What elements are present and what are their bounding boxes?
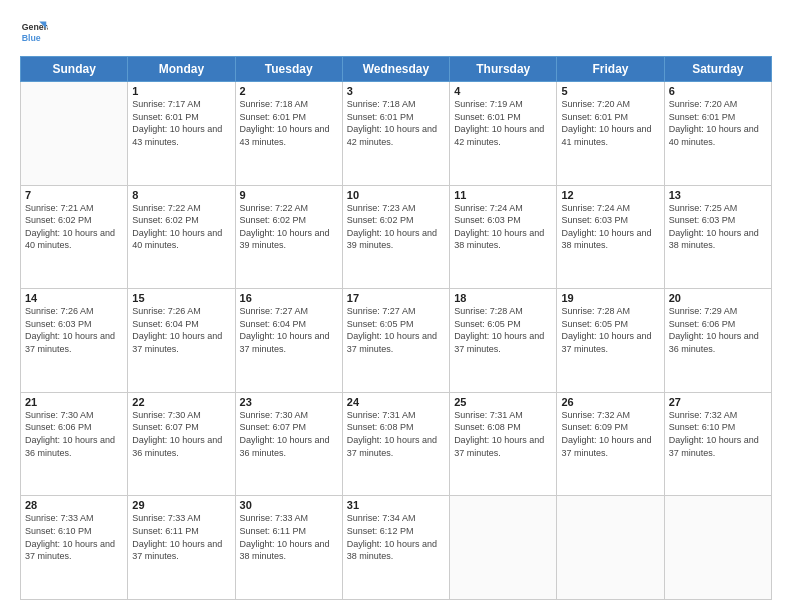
day-info: Sunrise: 7:22 AM Sunset: 6:02 PM Dayligh…: [240, 202, 338, 252]
day-info: Sunrise: 7:20 AM Sunset: 6:01 PM Dayligh…: [669, 98, 767, 148]
calendar-cell: [557, 496, 664, 600]
calendar-cell: 7Sunrise: 7:21 AM Sunset: 6:02 PM Daylig…: [21, 185, 128, 289]
weekday-header: Tuesday: [235, 57, 342, 82]
day-info: Sunrise: 7:29 AM Sunset: 6:06 PM Dayligh…: [669, 305, 767, 355]
day-info: Sunrise: 7:33 AM Sunset: 6:10 PM Dayligh…: [25, 512, 123, 562]
day-number: 25: [454, 396, 552, 408]
day-number: 20: [669, 292, 767, 304]
day-number: 23: [240, 396, 338, 408]
calendar-cell: 10Sunrise: 7:23 AM Sunset: 6:02 PM Dayli…: [342, 185, 449, 289]
day-number: 4: [454, 85, 552, 97]
day-info: Sunrise: 7:28 AM Sunset: 6:05 PM Dayligh…: [561, 305, 659, 355]
calendar-cell: 17Sunrise: 7:27 AM Sunset: 6:05 PM Dayli…: [342, 289, 449, 393]
logo: General Blue: [20, 18, 48, 46]
calendar-cell: 20Sunrise: 7:29 AM Sunset: 6:06 PM Dayli…: [664, 289, 771, 393]
svg-text:Blue: Blue: [22, 33, 41, 43]
day-info: Sunrise: 7:33 AM Sunset: 6:11 PM Dayligh…: [132, 512, 230, 562]
calendar-cell: 21Sunrise: 7:30 AM Sunset: 6:06 PM Dayli…: [21, 392, 128, 496]
calendar-cell: 3Sunrise: 7:18 AM Sunset: 6:01 PM Daylig…: [342, 82, 449, 186]
day-number: 13: [669, 189, 767, 201]
calendar-cell: [664, 496, 771, 600]
calendar-week-row: 28Sunrise: 7:33 AM Sunset: 6:10 PM Dayli…: [21, 496, 772, 600]
calendar-cell: 27Sunrise: 7:32 AM Sunset: 6:10 PM Dayli…: [664, 392, 771, 496]
day-number: 15: [132, 292, 230, 304]
day-number: 22: [132, 396, 230, 408]
calendar-cell: 25Sunrise: 7:31 AM Sunset: 6:08 PM Dayli…: [450, 392, 557, 496]
calendar-cell: 5Sunrise: 7:20 AM Sunset: 6:01 PM Daylig…: [557, 82, 664, 186]
calendar-cell: 14Sunrise: 7:26 AM Sunset: 6:03 PM Dayli…: [21, 289, 128, 393]
day-number: 5: [561, 85, 659, 97]
calendar-cell: 8Sunrise: 7:22 AM Sunset: 6:02 PM Daylig…: [128, 185, 235, 289]
day-number: 17: [347, 292, 445, 304]
weekday-header: Monday: [128, 57, 235, 82]
day-info: Sunrise: 7:27 AM Sunset: 6:05 PM Dayligh…: [347, 305, 445, 355]
weekday-header: Wednesday: [342, 57, 449, 82]
calendar-cell: 19Sunrise: 7:28 AM Sunset: 6:05 PM Dayli…: [557, 289, 664, 393]
day-number: 3: [347, 85, 445, 97]
calendar-cell: 16Sunrise: 7:27 AM Sunset: 6:04 PM Dayli…: [235, 289, 342, 393]
day-info: Sunrise: 7:26 AM Sunset: 6:03 PM Dayligh…: [25, 305, 123, 355]
weekday-header: Saturday: [664, 57, 771, 82]
day-info: Sunrise: 7:17 AM Sunset: 6:01 PM Dayligh…: [132, 98, 230, 148]
day-number: 10: [347, 189, 445, 201]
calendar-week-row: 14Sunrise: 7:26 AM Sunset: 6:03 PM Dayli…: [21, 289, 772, 393]
day-info: Sunrise: 7:28 AM Sunset: 6:05 PM Dayligh…: [454, 305, 552, 355]
day-number: 30: [240, 499, 338, 511]
calendar-week-row: 7Sunrise: 7:21 AM Sunset: 6:02 PM Daylig…: [21, 185, 772, 289]
calendar-cell: 12Sunrise: 7:24 AM Sunset: 6:03 PM Dayli…: [557, 185, 664, 289]
day-info: Sunrise: 7:24 AM Sunset: 6:03 PM Dayligh…: [561, 202, 659, 252]
day-number: 7: [25, 189, 123, 201]
calendar-cell: 1Sunrise: 7:17 AM Sunset: 6:01 PM Daylig…: [128, 82, 235, 186]
calendar-week-row: 1Sunrise: 7:17 AM Sunset: 6:01 PM Daylig…: [21, 82, 772, 186]
calendar-cell: 4Sunrise: 7:19 AM Sunset: 6:01 PM Daylig…: [450, 82, 557, 186]
day-number: 6: [669, 85, 767, 97]
day-number: 26: [561, 396, 659, 408]
day-number: 18: [454, 292, 552, 304]
day-number: 24: [347, 396, 445, 408]
day-number: 9: [240, 189, 338, 201]
day-info: Sunrise: 7:24 AM Sunset: 6:03 PM Dayligh…: [454, 202, 552, 252]
day-info: Sunrise: 7:26 AM Sunset: 6:04 PM Dayligh…: [132, 305, 230, 355]
calendar-cell: [21, 82, 128, 186]
day-info: Sunrise: 7:22 AM Sunset: 6:02 PM Dayligh…: [132, 202, 230, 252]
day-number: 8: [132, 189, 230, 201]
day-number: 29: [132, 499, 230, 511]
day-info: Sunrise: 7:30 AM Sunset: 6:06 PM Dayligh…: [25, 409, 123, 459]
calendar-cell: 22Sunrise: 7:30 AM Sunset: 6:07 PM Dayli…: [128, 392, 235, 496]
header: General Blue: [20, 18, 772, 46]
calendar-cell: 31Sunrise: 7:34 AM Sunset: 6:12 PM Dayli…: [342, 496, 449, 600]
day-info: Sunrise: 7:32 AM Sunset: 6:09 PM Dayligh…: [561, 409, 659, 459]
day-info: Sunrise: 7:32 AM Sunset: 6:10 PM Dayligh…: [669, 409, 767, 459]
day-info: Sunrise: 7:31 AM Sunset: 6:08 PM Dayligh…: [347, 409, 445, 459]
calendar-week-row: 21Sunrise: 7:30 AM Sunset: 6:06 PM Dayli…: [21, 392, 772, 496]
day-info: Sunrise: 7:30 AM Sunset: 6:07 PM Dayligh…: [132, 409, 230, 459]
weekday-header: Friday: [557, 57, 664, 82]
day-number: 21: [25, 396, 123, 408]
day-info: Sunrise: 7:18 AM Sunset: 6:01 PM Dayligh…: [347, 98, 445, 148]
day-info: Sunrise: 7:25 AM Sunset: 6:03 PM Dayligh…: [669, 202, 767, 252]
day-info: Sunrise: 7:20 AM Sunset: 6:01 PM Dayligh…: [561, 98, 659, 148]
day-number: 2: [240, 85, 338, 97]
header-row: SundayMondayTuesdayWednesdayThursdayFrid…: [21, 57, 772, 82]
day-number: 27: [669, 396, 767, 408]
day-info: Sunrise: 7:34 AM Sunset: 6:12 PM Dayligh…: [347, 512, 445, 562]
calendar-cell: 26Sunrise: 7:32 AM Sunset: 6:09 PM Dayli…: [557, 392, 664, 496]
day-number: 16: [240, 292, 338, 304]
day-info: Sunrise: 7:18 AM Sunset: 6:01 PM Dayligh…: [240, 98, 338, 148]
calendar-cell: 30Sunrise: 7:33 AM Sunset: 6:11 PM Dayli…: [235, 496, 342, 600]
calendar-cell: 6Sunrise: 7:20 AM Sunset: 6:01 PM Daylig…: [664, 82, 771, 186]
day-number: 12: [561, 189, 659, 201]
day-number: 19: [561, 292, 659, 304]
calendar-table: SundayMondayTuesdayWednesdayThursdayFrid…: [20, 56, 772, 600]
day-info: Sunrise: 7:33 AM Sunset: 6:11 PM Dayligh…: [240, 512, 338, 562]
calendar-cell: 2Sunrise: 7:18 AM Sunset: 6:01 PM Daylig…: [235, 82, 342, 186]
logo-icon: General Blue: [20, 18, 48, 46]
calendar-cell: 18Sunrise: 7:28 AM Sunset: 6:05 PM Dayli…: [450, 289, 557, 393]
calendar-cell: 9Sunrise: 7:22 AM Sunset: 6:02 PM Daylig…: [235, 185, 342, 289]
calendar-cell: [450, 496, 557, 600]
day-info: Sunrise: 7:31 AM Sunset: 6:08 PM Dayligh…: [454, 409, 552, 459]
calendar-cell: 23Sunrise: 7:30 AM Sunset: 6:07 PM Dayli…: [235, 392, 342, 496]
day-info: Sunrise: 7:27 AM Sunset: 6:04 PM Dayligh…: [240, 305, 338, 355]
day-number: 1: [132, 85, 230, 97]
day-info: Sunrise: 7:30 AM Sunset: 6:07 PM Dayligh…: [240, 409, 338, 459]
